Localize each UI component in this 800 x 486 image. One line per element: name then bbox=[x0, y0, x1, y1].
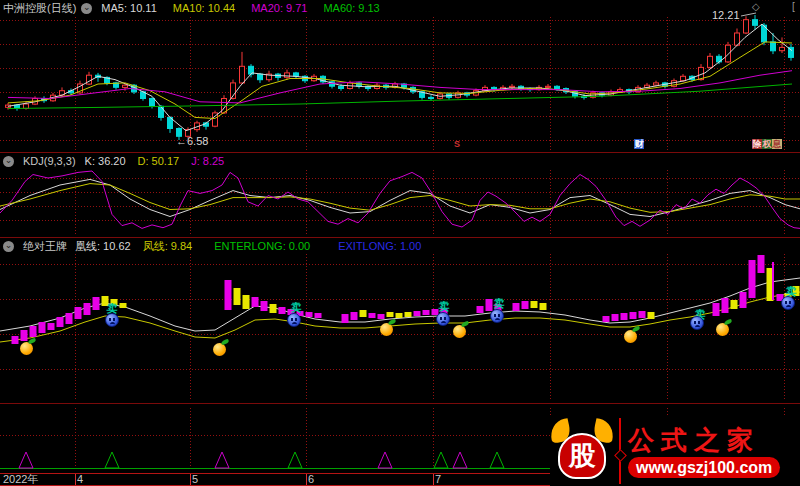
diamond-icon bbox=[614, 449, 627, 462]
buy-ball-icon bbox=[453, 325, 466, 338]
sell-signal-label: 卖 bbox=[439, 301, 450, 312]
event-marker: 除 bbox=[752, 139, 762, 149]
website-url[interactable]: www.gszj100.com bbox=[628, 457, 780, 478]
buy-ball-icon bbox=[716, 323, 729, 336]
kdj-d-value: D: 50.17 bbox=[138, 155, 180, 168]
sell-face-icon bbox=[436, 312, 450, 326]
axis-label: 4 bbox=[77, 474, 83, 485]
event-marker: 权 bbox=[762, 139, 772, 149]
axis-label: 7 bbox=[435, 474, 441, 485]
axis-label: 2022年 bbox=[3, 474, 38, 485]
stock-title[interactable]: 中洲控股(日线) bbox=[3, 2, 76, 15]
kdj-k-value: K: 36.20 bbox=[85, 155, 126, 168]
bracket-icon: [ bbox=[792, 1, 795, 12]
ma10-value: MA10: 10.44 bbox=[173, 2, 235, 15]
brand-name: 公式之家 bbox=[628, 425, 780, 455]
kdj-panel-header: ⌄ KDJ(9,3,3) K: 36.20 D: 50.17 J: 8.25 bbox=[3, 155, 236, 168]
bull-char: 股 bbox=[569, 443, 596, 470]
kdj-title[interactable]: KDJ(9,3,3) bbox=[23, 155, 76, 168]
collapse-button[interactable]: ⌄ bbox=[3, 241, 14, 252]
logo-text-block: 公式之家 www.gszj100.com bbox=[628, 425, 780, 478]
logo-divider bbox=[619, 418, 621, 484]
bull-logo-icon: 股 bbox=[550, 420, 614, 482]
main-chart-header: 中洲控股(日线) ⌄ MA5: 10.11 MA10: 10.44 MA20: … bbox=[3, 2, 396, 15]
buy-ball-icon bbox=[20, 342, 33, 355]
buy-ball-icon bbox=[213, 343, 226, 356]
event-marker: 息 bbox=[772, 139, 782, 149]
bull-face: 股 bbox=[558, 433, 606, 479]
buy-ball-icon bbox=[380, 323, 393, 336]
collapse-button[interactable]: ⌄ bbox=[3, 156, 14, 167]
wangpai-title[interactable]: 绝对王牌 bbox=[23, 240, 67, 253]
chevron-down-icon: ⌄ bbox=[5, 241, 13, 250]
wangpai-panel-header: ⌄ 绝对王牌 凰线: 10.62 凤线: 9.84 ENTERLONG: 0.0… bbox=[3, 240, 433, 253]
exitlong-value: EXITLONG: 1.00 bbox=[338, 240, 421, 253]
ma20-value: MA20: 9.71 bbox=[251, 2, 307, 15]
huangxian-value: 凰线: 10.62 bbox=[75, 240, 131, 253]
enterlong-value: ENTERLONG: 0.00 bbox=[214, 240, 310, 253]
sell-signal-label: 卖 bbox=[494, 298, 505, 309]
sell-face-icon bbox=[105, 313, 119, 327]
sell-face-icon bbox=[690, 316, 704, 330]
site-logo[interactable]: 股 公式之家 www.gszj100.com bbox=[550, 416, 800, 486]
event-marker: 财 bbox=[634, 139, 644, 149]
sell-face-icon bbox=[490, 309, 504, 323]
sell-face-icon bbox=[287, 313, 301, 327]
ma60-value: MA60: 9.13 bbox=[323, 2, 379, 15]
chevron-down-icon: ⌄ bbox=[5, 156, 13, 165]
ma5-value: MA5: 10.11 bbox=[101, 2, 156, 15]
sell-face-icon bbox=[781, 296, 795, 310]
collapse-button[interactable]: ⌄ bbox=[81, 3, 92, 14]
axis-label: 5 bbox=[192, 474, 198, 485]
fengxian-value: 凤线: 9.84 bbox=[143, 240, 193, 253]
high-price-label: 12.21 bbox=[712, 9, 740, 21]
event-marker: S bbox=[452, 139, 462, 149]
sell-signal-label: 卖 bbox=[291, 302, 302, 313]
chevron-down-icon: ⌄ bbox=[83, 3, 91, 12]
trading-app-window: S财除权息卖卖卖卖卖卖2022年4567 中洲控股(日线) ⌄ MA5: 10.… bbox=[0, 0, 800, 486]
kdj-j-value: J: 8.25 bbox=[191, 155, 224, 168]
low-price-label: ←6.58 bbox=[176, 135, 208, 147]
buy-ball-icon bbox=[624, 330, 637, 343]
axis-label: 6 bbox=[308, 474, 314, 485]
diamond-icon: ◇ bbox=[752, 1, 760, 12]
